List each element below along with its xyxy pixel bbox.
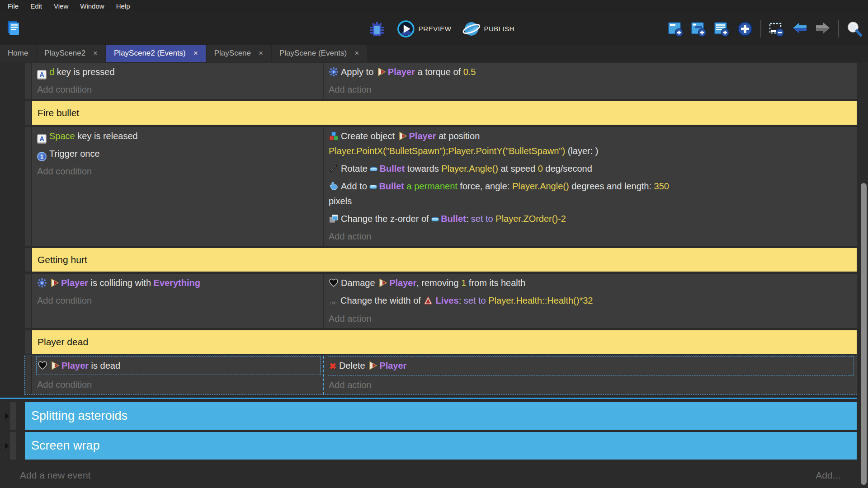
condition-instruction[interactable]: Ad key is pressed	[36, 63, 321, 81]
publish-button[interactable]: PUBLISH	[462, 20, 514, 38]
preview-button[interactable]: PREVIEW	[397, 20, 452, 38]
undo-icon[interactable]	[791, 20, 809, 38]
comment-row[interactable]: Player dead	[25, 330, 857, 354]
close-icon[interactable]: ×	[354, 49, 359, 58]
close-icon[interactable]: ×	[193, 49, 198, 58]
comment-row[interactable]: Getting hurt	[25, 248, 857, 272]
group-row[interactable]: Splitting asteroids	[4, 402, 857, 430]
add-subevent-icon[interactable]	[690, 20, 708, 38]
add-action-button[interactable]: Add action	[328, 376, 854, 394]
action-instruction[interactable]: Damage Player, removing 1 from its healt…	[328, 274, 854, 292]
text-segment: Trigger once	[49, 149, 100, 159]
rotate-icon	[329, 164, 339, 174]
add-action-button[interactable]: Add action	[328, 228, 854, 245]
menu-window[interactable]: Window	[74, 2, 110, 10]
event-drag-handle[interactable]	[25, 356, 32, 394]
action-instruction[interactable]: Create object Player at positionPlayer.P…	[328, 127, 854, 160]
comment-drag-handle[interactable]	[25, 101, 32, 125]
tab-playscene[interactable]: PlayScene×	[207, 45, 271, 62]
action-instruction[interactable]: ✖Delete Player	[328, 357, 854, 375]
text-segment: a torque of	[415, 67, 463, 77]
tab-playscene2[interactable]: PlayScene2×	[37, 45, 105, 62]
delete-selection-icon[interactable]	[768, 20, 786, 38]
event[interactable]: Player is colliding with EverythingAdd c…	[25, 274, 857, 328]
text-segment: Bullet	[441, 214, 466, 224]
trigger-once-icon: 1	[37, 152, 47, 161]
text-segment: 1	[461, 278, 466, 288]
tab-playscene-events[interactable]: PlayScene (Events)×	[272, 45, 367, 62]
condition-instruction[interactable]: Player is colliding with Everything	[36, 274, 321, 292]
debugger-icon[interactable]	[368, 20, 386, 38]
add-comment-icon[interactable]	[713, 20, 731, 38]
add-circle-icon[interactable]	[736, 20, 754, 38]
add-event-icon[interactable]	[667, 20, 685, 38]
comment-drag-handle[interactable]	[25, 330, 32, 354]
text-segment: Player.PointX("BulletSpawn");Player.Poin…	[329, 146, 565, 156]
gdevelop-window: FileEditViewWindowHelp PREVIEWPUBLISH Ho…	[0, 0, 868, 488]
close-icon[interactable]: ×	[259, 49, 263, 58]
toolbar-center: PREVIEWPUBLISH	[368, 12, 514, 45]
tab-playscene2-events[interactable]: PlayScene2 (Events)×	[106, 45, 206, 62]
condition-instruction[interactable]: ASpace key is released	[36, 127, 321, 145]
lives-object-icon	[423, 296, 433, 305]
text-segment: Player	[389, 278, 416, 288]
add-new-event-button[interactable]: Add a new event	[20, 470, 90, 481]
add-condition-button[interactable]: Add condition	[36, 81, 321, 99]
group-gutter	[10, 432, 16, 460]
condition-instruction[interactable]: Player is dead	[36, 357, 321, 375]
tab-home[interactable]: Home	[0, 45, 36, 62]
event[interactable]: Player is deadAdd condition✖Delete Playe…	[25, 356, 857, 394]
text-segment: degrees and length:	[569, 181, 654, 191]
action-instruction[interactable]: Rotate Bullet towards Player.Angle() at …	[328, 160, 854, 178]
tab-label: PlayScene2	[44, 49, 85, 58]
event-drag-handle[interactable]	[25, 127, 32, 246]
collapse-arrow-icon[interactable]	[4, 432, 10, 460]
collapse-arrow-icon[interactable]	[4, 402, 10, 430]
tab-label: PlayScene	[214, 49, 251, 58]
add-condition-button[interactable]: Add condition	[36, 163, 321, 180]
action-instruction[interactable]: Apply to Player a torque of 0.5	[328, 63, 854, 81]
vertical-scrollbar-thumb[interactable]	[861, 183, 867, 485]
comment-row[interactable]: Fire bullet	[25, 101, 857, 125]
text-segment: Apply to	[341, 67, 376, 77]
redo-icon[interactable]	[814, 20, 832, 38]
event[interactable]: ASpace key is released1Trigger onceAdd c…	[25, 127, 857, 246]
comment-drag-handle[interactable]	[25, 248, 32, 272]
menu-file[interactable]: File	[2, 2, 24, 10]
toolbar-separator	[760, 20, 761, 38]
action-instruction[interactable]: Add to Bullet a permanent force, angle: …	[328, 178, 854, 210]
add-condition-button[interactable]: Add condition	[36, 376, 321, 394]
close-icon[interactable]: ×	[93, 49, 98, 58]
toolbar-separator	[838, 20, 839, 38]
menu-help[interactable]: Help	[110, 2, 136, 10]
action-instruction[interactable]: Change the z-order of Bullet: set to Pla…	[328, 210, 854, 228]
text-segment: :	[466, 214, 471, 224]
event-drag-handle[interactable]	[25, 274, 32, 328]
comment-text: Getting hurt	[32, 248, 857, 272]
player-ship-icon	[50, 361, 60, 371]
conditions-column: Player is colliding with EverythingAdd c…	[32, 274, 324, 328]
add-condition-button[interactable]: Add condition	[36, 292, 321, 310]
text-segment: Everything	[154, 278, 200, 288]
group-row[interactable]: Screen wrap	[4, 432, 857, 460]
text-segment: Add to	[341, 181, 369, 191]
menu-edit[interactable]: Edit	[24, 2, 48, 10]
comment-text: Fire bullet	[32, 101, 857, 125]
add-button[interactable]: Add...	[816, 470, 840, 481]
bullet-object-icon	[369, 185, 377, 189]
event[interactable]: Ad key is pressedAdd conditionApply to P…	[25, 63, 857, 99]
toolbar-right	[667, 12, 863, 45]
add-action-button[interactable]: Add action	[328, 81, 854, 99]
event-drag-handle[interactable]	[25, 63, 32, 99]
menu-view[interactable]: View	[48, 2, 74, 10]
add-action-button[interactable]: Add action	[328, 310, 854, 328]
text-segment: :	[459, 296, 464, 305]
text-segment: , removing	[416, 278, 461, 288]
text-segment: Lives	[435, 296, 458, 305]
condition-instruction[interactable]: 1Trigger once	[36, 145, 321, 163]
project-manager-icon[interactable]	[5, 19, 23, 37]
action-instruction[interactable]: ↔Change the width of Lives: set to Playe…	[328, 292, 854, 310]
search-icon[interactable]	[845, 20, 863, 38]
text-segment: 0.5	[463, 67, 476, 77]
text-segment: key is released	[75, 131, 138, 141]
